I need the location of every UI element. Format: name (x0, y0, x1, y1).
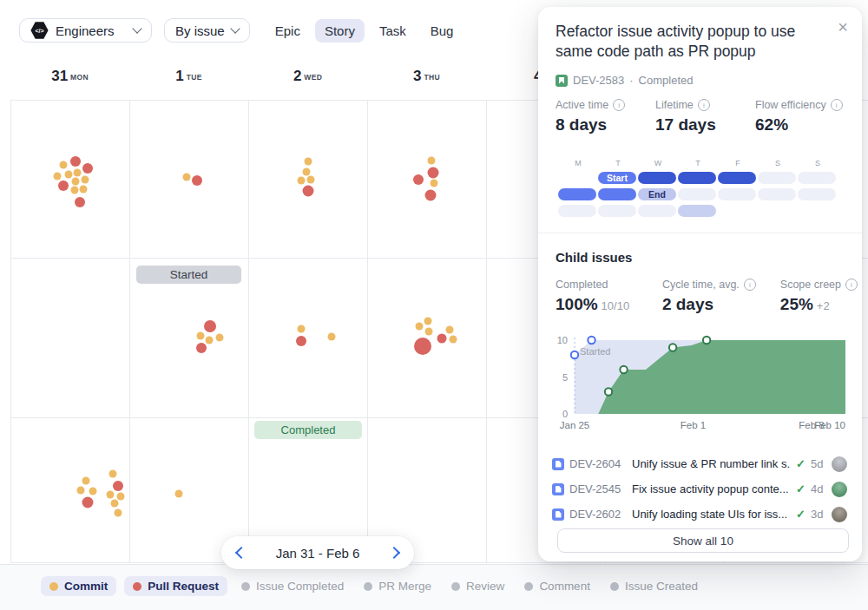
commit-dot[interactable] (89, 488, 97, 495)
team-selector-dropdown[interactable]: </> Engineers (19, 18, 152, 43)
commit-dot[interactable] (82, 477, 90, 485)
legend-issue-created[interactable]: Issue Created (604, 576, 704, 596)
commit-dot[interactable] (425, 328, 433, 336)
commit-dot[interactable] (307, 176, 315, 184)
child-issue-row[interactable]: DEV-2604Unify issue & PR number link s..… (552, 451, 847, 476)
pr-dot[interactable] (113, 481, 123, 491)
pr-dot[interactable] (204, 320, 216, 332)
pr-dot[interactable] (296, 336, 306, 346)
info-icon[interactable]: i (613, 99, 625, 111)
commit-dot[interactable] (197, 332, 205, 340)
pr-dot[interactable] (425, 190, 437, 201)
child-issue-title: Unify issue & PR number link s... (632, 457, 791, 470)
commit-dot[interactable] (303, 168, 311, 176)
gantt-day-label: S (758, 159, 798, 167)
commit-dot[interactable] (71, 187, 79, 194)
commit-dot[interactable] (115, 509, 122, 517)
legend-dot-icon (451, 582, 460, 591)
commit-dot[interactable] (416, 323, 424, 331)
commit-dot[interactable] (431, 180, 438, 187)
pr-dot[interactable] (70, 156, 81, 167)
commit-dot[interactable] (450, 336, 457, 344)
commit-dot[interactable] (183, 174, 191, 181)
commit-dot[interactable] (82, 176, 89, 184)
commit-dot[interactable] (298, 325, 306, 333)
svg-text:5: 5 (562, 372, 568, 383)
tab-task[interactable]: Task (370, 19, 416, 43)
commit-dot[interactable] (117, 493, 125, 501)
info-icon[interactable]: i (744, 279, 756, 291)
gantt-cell-none (718, 205, 758, 217)
commit-dot[interactable] (446, 326, 454, 334)
pr-dot[interactable] (75, 197, 85, 207)
commit-dot[interactable] (428, 157, 436, 165)
issue-type-icon (556, 75, 568, 87)
tab-epic[interactable]: Epic (266, 19, 310, 43)
legend-review[interactable]: Review (445, 576, 510, 596)
commit-dot[interactable] (206, 337, 214, 344)
child-issue-row[interactable]: DEV-2545Fix issue activity popup conte..… (552, 476, 847, 502)
commit-dot[interactable] (298, 177, 306, 185)
child-issue-row[interactable]: DEV-2602Unify loading state UIs for iss.… (552, 502, 847, 527)
issue-status: Completed (639, 74, 694, 87)
legend-comment[interactable]: Comment (518, 576, 596, 596)
child-issue-key: DEV-2545 (569, 482, 627, 495)
commit-dot[interactable] (175, 490, 183, 498)
info-icon[interactable]: i (845, 279, 858, 291)
group-by-label: By issue (175, 23, 225, 38)
popup-divider (538, 233, 862, 233)
pr-dot[interactable] (428, 167, 439, 179)
stat-active-time: Active timei8 days (556, 99, 655, 134)
group-by-dropdown[interactable]: By issue (164, 18, 250, 43)
commit-dot[interactable] (74, 169, 82, 177)
issue-type-icon (552, 508, 564, 521)
legend-dot-icon (610, 582, 619, 591)
pr-dot[interactable] (82, 497, 94, 508)
commit-dot[interactable] (328, 333, 336, 341)
legend-pull-request[interactable]: Pull Request (124, 576, 227, 596)
commit-dot[interactable] (216, 334, 224, 342)
meta-separator: · (629, 74, 633, 87)
pr-dot[interactable] (437, 334, 447, 344)
pr-dot[interactable] (58, 180, 69, 191)
doc-glyph (556, 486, 562, 493)
tab-story[interactable]: Story (315, 19, 365, 43)
gantt-cell-dark (718, 172, 758, 184)
commit-dot[interactable] (107, 491, 115, 499)
legend-pr-merge[interactable]: PR Merge (358, 576, 437, 596)
commit-dot[interactable] (111, 500, 119, 508)
date-range-label: Jan 31 - Feb 6 (276, 546, 360, 561)
next-week-button[interactable] (387, 546, 401, 560)
commit-dot[interactable] (109, 470, 117, 478)
info-icon[interactable]: i (698, 99, 710, 111)
stat-completed: Completed100%10/10 (556, 279, 662, 314)
prev-week-button[interactable] (234, 546, 248, 560)
commit-dot[interactable] (305, 158, 312, 166)
svg-text:0: 0 (562, 409, 568, 419)
child-issue-title: Unify loading state UIs for iss... (632, 508, 791, 521)
info-icon[interactable]: i (831, 99, 843, 111)
commit-dot[interactable] (77, 487, 85, 495)
pr-dot[interactable] (414, 338, 431, 355)
legend-issue-completed[interactable]: Issue Completed (235, 576, 350, 596)
commit-dot[interactable] (72, 178, 80, 186)
date-range-navigator: Jan 31 - Feb 6 (221, 536, 414, 569)
pr-dot[interactable] (192, 175, 202, 186)
pr-dot[interactable] (413, 174, 424, 185)
gantt-day-label: S (798, 159, 838, 167)
legend-commit[interactable]: Commit (41, 576, 116, 596)
commit-dot[interactable] (424, 318, 432, 325)
gantt-cell-light (758, 188, 798, 200)
commit-dot[interactable] (65, 171, 73, 179)
commit-dot[interactable] (54, 173, 62, 180)
pr-dot[interactable] (303, 186, 314, 197)
pr-dot[interactable] (82, 163, 93, 174)
pr-dot[interactable] (196, 343, 207, 353)
commit-dot[interactable] (60, 161, 68, 169)
stat-cycle-time-avg: Cycle time, avg.i2 days (662, 279, 780, 314)
burnup-chart: Started0510Jan 25Feb 1Feb 8Feb 10 (542, 334, 856, 440)
close-icon[interactable]: × (838, 17, 848, 37)
tab-bug[interactable]: Bug (421, 19, 464, 43)
show-all-button[interactable]: Show all 10 (557, 528, 849, 553)
commit-dot[interactable] (80, 186, 88, 193)
